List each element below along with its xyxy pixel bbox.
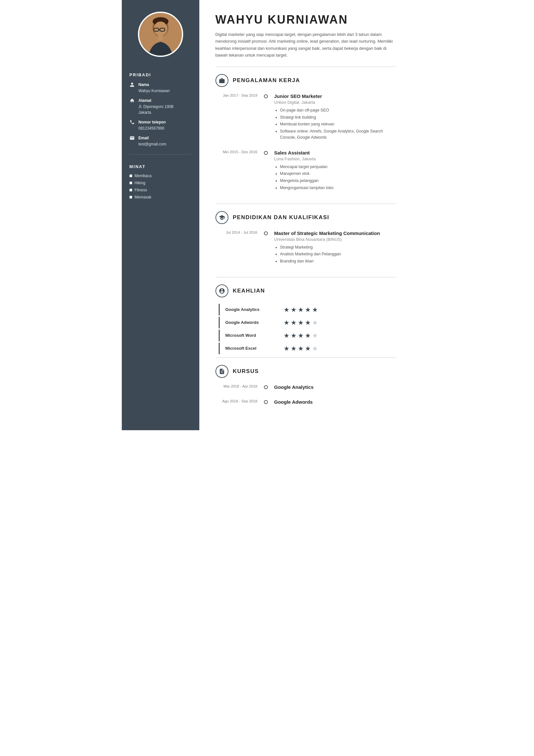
course-1-date: Mar 2018 - Apr 2018 bbox=[219, 384, 258, 388]
divider-pendidikan bbox=[216, 203, 396, 204]
telepon-label: Nomor telepon bbox=[139, 119, 166, 125]
job-1-bullets: On-page dan off-page SEO Strategi link b… bbox=[274, 107, 396, 141]
star-filled: ★ bbox=[305, 345, 311, 352]
edu-1-bullet-1: Strategi Marketing bbox=[280, 244, 396, 251]
skill-2-name: Google Adwords bbox=[225, 320, 284, 325]
minat-section: MINAT Membaca Hiking Fitness Memasak bbox=[122, 164, 199, 202]
job-1-bullet-3: Membuat konten yang relevan bbox=[280, 121, 396, 127]
nama-label: Nama bbox=[139, 82, 170, 88]
course-2-content: Google Adwords bbox=[274, 399, 396, 407]
pendidikan-icon-circle bbox=[216, 211, 228, 224]
skill-3-stars: ★ ★ ★ ★ ★ bbox=[284, 332, 318, 339]
interest-membaca-label: Membaca bbox=[135, 174, 152, 178]
star-filled: ★ bbox=[298, 307, 304, 313]
skill-microsoft-excel: Microsoft Excel ★ ★ ★ ★ ★ bbox=[219, 343, 393, 354]
skill-2-stars: ★ ★ ★ ★ ★ bbox=[284, 319, 318, 326]
pribadi-email: Email test@gmail.com bbox=[130, 135, 191, 147]
job-1-title: Junior SEO Marketer bbox=[274, 94, 396, 99]
star-filled: ★ bbox=[298, 345, 304, 352]
skill-4-stars: ★ ★ ★ ★ ★ bbox=[284, 345, 318, 352]
pengalaman-icon-circle bbox=[216, 74, 228, 87]
timeline-dot-course-2 bbox=[264, 400, 268, 404]
star-filled: ★ bbox=[284, 332, 290, 339]
nama-value: Wahyu Kurniawan bbox=[139, 89, 170, 93]
interest-fitness: Fitness bbox=[130, 188, 191, 192]
pribadi-telepon: Nomor telepon 081234567890 bbox=[130, 119, 191, 131]
interest-hiking-label: Hiking bbox=[135, 181, 145, 185]
job-2-date: Mei 2015 - Des 2016 bbox=[219, 150, 258, 154]
edu-1-bullet-3: Branding dan Iklan bbox=[280, 258, 396, 264]
interest-membaca: Membaca bbox=[130, 174, 191, 178]
home-icon bbox=[130, 98, 135, 104]
pribadi-title: PRIBADI bbox=[130, 72, 191, 77]
email-value: test@gmail.com bbox=[139, 142, 166, 147]
email-label: Email bbox=[139, 135, 166, 141]
job-1-date: Jan 2017 - Sep 2019 bbox=[219, 94, 258, 97]
phone-icon bbox=[130, 120, 135, 125]
telepon-value: 081234567890 bbox=[139, 126, 165, 131]
star-filled: ★ bbox=[312, 307, 318, 313]
star-filled: ★ bbox=[284, 319, 290, 326]
pribadi-section: PRIBADI Nama Wahyu Kurniawan Alamat Jl. … bbox=[122, 72, 199, 151]
star-filled: ★ bbox=[298, 332, 304, 339]
main-content: WAHYU KURNIAWAN Digital marketer yang si… bbox=[199, 0, 413, 430]
email-icon bbox=[130, 135, 135, 141]
star-empty: ★ bbox=[312, 345, 318, 352]
job-2-bullets: Mencapai target penjualan Manajemen stok… bbox=[274, 164, 396, 191]
alamat-line2: Jakarta bbox=[139, 110, 151, 115]
skill-google-analytics: Google Analytics ★ ★ ★ ★ ★ bbox=[219, 304, 393, 315]
star-empty: ★ bbox=[312, 319, 318, 326]
star-filled: ★ bbox=[291, 307, 296, 313]
main-bio: Digital marketer yang siap mencapai targ… bbox=[216, 31, 396, 59]
job-1-company: Unbox Digital, Jakarta bbox=[274, 100, 396, 105]
pribadi-nama: Nama Wahyu Kurniawan bbox=[130, 82, 191, 94]
edu-1: Jul 2014 - Jul 2016 Master of Strategic … bbox=[219, 230, 396, 267]
course-1-title: Google Analytics bbox=[274, 384, 396, 390]
pendidikan-title: PENDIDIKAN DAN KUALIFIKASI bbox=[233, 214, 329, 221]
pengalaman-timeline: Jan 2017 - Sep 2019 Junior SEO Marketer … bbox=[219, 94, 396, 201]
interest-memasak: Memasak bbox=[130, 195, 191, 200]
graduation-icon bbox=[219, 214, 225, 221]
edu-1-bullet-2: Analisis Marketing dan Pelanggan bbox=[280, 251, 396, 257]
job-2-bullet-2: Manajemen stok bbox=[280, 171, 396, 177]
kursus-title: KURSUS bbox=[233, 368, 259, 375]
job-1: Jan 2017 - Sep 2019 Junior SEO Marketer … bbox=[219, 94, 396, 143]
timeline-dot-edu-1 bbox=[264, 231, 268, 235]
job-2-content: Sales Assistant Luna Fashion, Jakarta Me… bbox=[274, 150, 396, 193]
divider-keahlian bbox=[216, 277, 396, 277]
course-2: Agu 2018 - Sep 2018 Google Adwords bbox=[219, 399, 396, 407]
kursus-header: KURSUS bbox=[216, 365, 396, 378]
star-filled: ★ bbox=[298, 319, 304, 326]
skill-4-name: Microsoft Excel bbox=[225, 346, 284, 351]
person-icon bbox=[130, 82, 135, 88]
pendidikan-header: PENDIDIKAN DAN KUALIFIKASI bbox=[216, 211, 396, 224]
svg-point-4 bbox=[154, 21, 167, 36]
star-filled: ★ bbox=[284, 307, 290, 313]
skill-google-adwords: Google Adwords ★ ★ ★ ★ ★ bbox=[219, 317, 393, 328]
star-filled: ★ bbox=[305, 307, 311, 313]
star-filled: ★ bbox=[284, 345, 290, 352]
star-filled: ★ bbox=[291, 319, 296, 326]
job-2: Mei 2015 - Des 2016 Sales Assistant Luna… bbox=[219, 150, 396, 193]
keahlian-icon-circle bbox=[216, 284, 228, 297]
course-1: Mar 2018 - Apr 2018 Google Analytics bbox=[219, 384, 396, 392]
interest-memasak-label: Memasak bbox=[135, 195, 151, 200]
job-1-bullet-2: Strategi link building bbox=[280, 114, 396, 121]
job-2-bullet-1: Mencapai target penjualan bbox=[280, 164, 396, 170]
pribadi-alamat: Alamat Jl. Diponegoro 100B Jakarta bbox=[130, 97, 191, 115]
job-1-content: Junior SEO Marketer Unbox Digital, Jakar… bbox=[274, 94, 396, 143]
briefcase-icon bbox=[219, 77, 225, 84]
star-filled: ★ bbox=[291, 345, 296, 352]
job-1-bullet-1: On-page dan off-page SEO bbox=[280, 107, 396, 114]
skills-icon bbox=[219, 288, 225, 294]
kursus-icon-circle bbox=[216, 365, 228, 378]
star-empty: ★ bbox=[312, 332, 318, 339]
interest-bullet bbox=[130, 196, 132, 199]
pengalaman-title: PENGALAMAN KERJA bbox=[233, 77, 300, 84]
kursus-timeline: Mar 2018 - Apr 2018 Google Analytics Agu… bbox=[219, 384, 396, 414]
certificate-icon bbox=[219, 368, 225, 375]
interest-hiking: Hiking bbox=[130, 181, 191, 185]
skill-1-stars: ★ ★ ★ ★ ★ bbox=[284, 307, 318, 313]
skill-microsoft-word: Microsoft Word ★ ★ ★ ★ ★ bbox=[219, 330, 393, 341]
svg-rect-8 bbox=[158, 34, 163, 40]
